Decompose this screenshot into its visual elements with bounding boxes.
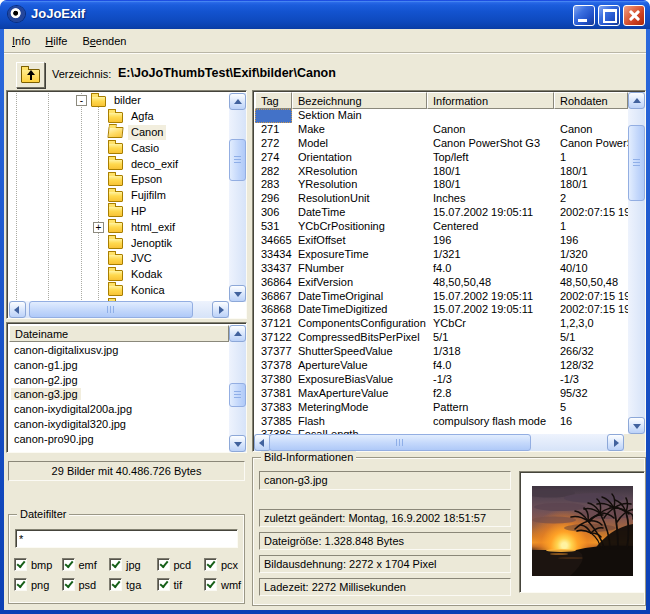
exif-row[interactable]: 271 Make Canon Canon [255, 123, 628, 137]
exif-row[interactable]: 306 DateTime 15.07.2002 19:05:11 2002:07… [255, 206, 628, 220]
exif-row[interactable]: 37380 ExposureBiasValue -1/3 -1/3 [255, 373, 628, 387]
tree-item[interactable]: + html_exif [9, 219, 230, 235]
checkbox-checked-icon[interactable] [62, 578, 75, 591]
column-header-tag[interactable]: Tag [255, 92, 292, 109]
exif-row[interactable]: 34665 ExifOffset 196 196 [255, 234, 628, 248]
scrollbar-thumb[interactable] [269, 434, 531, 451]
file-list-item[interactable]: canon-pro90.jpg [9, 432, 229, 447]
scroll-down-button[interactable] [229, 285, 246, 302]
scroll-down-button[interactable] [229, 435, 246, 452]
exif-tag-cell[interactable]: 34665 [255, 234, 292, 248]
filetype-checkbox[interactable]: emf [62, 558, 110, 571]
exif-tag-cell[interactable]: 272 [255, 137, 292, 151]
file-list-item[interactable]: canon-g1.jpg [9, 358, 229, 373]
folder-up-button[interactable] [16, 62, 45, 88]
exif-row[interactable]: 36868 DateTimeDigitized 15.07.2002 19:05… [255, 303, 628, 317]
maximize-button[interactable] [598, 5, 620, 26]
file-list-header[interactable]: Dateiname [9, 325, 229, 342]
file-name[interactable]: canon-ixydigital200a.jpg [11, 403, 135, 415]
tree-item-root[interactable]: - bilder [9, 93, 230, 109]
filter-input[interactable] [15, 529, 238, 548]
exif-tag-cell[interactable]: 283 [255, 178, 292, 192]
file-vscrollbar[interactable] [229, 325, 246, 452]
exif-tag-cell[interactable]: 37122 [255, 331, 292, 345]
exif-tag-cell[interactable]: 282 [255, 165, 292, 179]
exif-row[interactable]: 283 YResolution 180/1 180/1 [255, 178, 628, 192]
exif-row[interactable]: 37377 ShutterSpeedValue 1/318 266/32 [255, 345, 628, 359]
scrollbar-thumb[interactable] [229, 383, 246, 407]
tree-item[interactable]: Canon [9, 125, 230, 141]
checkbox-checked-icon[interactable] [157, 558, 170, 571]
filetype-checkbox[interactable]: tga [109, 578, 157, 591]
filetype-checkbox[interactable]: jpg [109, 558, 157, 571]
checkbox-checked-icon[interactable] [204, 558, 217, 571]
tree-vscrollbar[interactable] [229, 93, 246, 302]
exif-tag-cell[interactable]: 36867 [255, 290, 292, 304]
exif-row[interactable]: 36864 ExifVersion 48,50,50,48 48,50,50,4… [255, 276, 628, 290]
exif-row[interactable]: 36867 DateTimeOriginal 15.07.2002 19:05:… [255, 290, 628, 304]
exif-row[interactable]: 37383 MeteringMode Pattern 5 [255, 401, 628, 415]
filetype-checkbox[interactable]: bmp [14, 558, 62, 571]
file-name[interactable]: canon-s30.jpg [11, 448, 86, 450]
tree-item[interactable]: Jenoptik [9, 235, 230, 251]
tree-item[interactable]: Konica [9, 283, 230, 299]
exif-row[interactable]: 37121 ComponentsConfiguration YCbCr 1,2,… [255, 317, 628, 331]
exif-tag-cell[interactable]: 37121 [255, 317, 292, 331]
file-name[interactable]: canon-pro90.jpg [11, 433, 97, 445]
exif-tag-cell[interactable]: 271 [255, 123, 292, 137]
exif-tag-cell[interactable]: 274 [255, 151, 292, 165]
exif-tag-cell[interactable]: 37378 [255, 359, 292, 373]
file-list-item[interactable]: canon-digitalixusv.jpg [9, 343, 229, 358]
exif-tag-cell[interactable]: 33434 [255, 248, 292, 262]
exif-row[interactable]: 33434 ExposureTime 1/321 1/320 [255, 248, 628, 262]
menu-item-beenden[interactable]: Beenden [75, 33, 133, 49]
scroll-right-button[interactable] [212, 301, 229, 318]
file-list-item[interactable]: canon-g3.jpg [9, 387, 229, 402]
table-hscrollbar[interactable] [254, 434, 624, 451]
exif-tag-cell[interactable]: 37377 [255, 345, 292, 359]
collapse-icon[interactable]: - [76, 95, 87, 106]
title-bar[interactable]: JoJoExif [0, 0, 650, 29]
checkbox-checked-icon[interactable] [62, 558, 75, 571]
scroll-up-button[interactable] [628, 92, 645, 109]
exif-tag-cell[interactable]: 306 [255, 206, 292, 220]
exif-row[interactable]: 37122 CompressedBitsPerPixel 5/1 5/1 [255, 331, 628, 345]
tree-item[interactable]: JVC [9, 251, 230, 267]
exif-row[interactable]: 33437 FNumber f4.0 40/10 [255, 262, 628, 276]
file-name[interactable]: canon-ixydigital320.jpg [11, 418, 129, 430]
exif-row[interactable]: 37385 Flash compulsory flash mode 16 [255, 415, 628, 429]
filetype-checkbox[interactable]: psd [62, 578, 110, 591]
checkbox-checked-icon[interactable] [109, 578, 122, 591]
file-list-item[interactable]: canon-ixydigital320.jpg [9, 417, 229, 432]
scroll-up-button[interactable] [229, 93, 246, 110]
exif-row[interactable]: 37378 ApertureValue f4.0 128/32 [255, 359, 628, 373]
menu-item-info[interactable]: Info [5, 33, 37, 49]
filetype-checkbox[interactable]: pcd [157, 558, 205, 571]
scroll-right-button[interactable] [607, 434, 624, 451]
exif-row[interactable]: Sektion Main [255, 109, 628, 123]
close-button[interactable] [623, 5, 645, 26]
exif-row[interactable]: 274 Orientation Top/left 1 [255, 151, 628, 165]
file-name[interactable]: canon-g1.jpg [11, 359, 81, 371]
scrollbar-thumb[interactable] [229, 139, 246, 181]
scrollbar-thumb[interactable] [29, 301, 193, 318]
exif-tag-cell[interactable]: 36868 [255, 303, 292, 317]
exif-row[interactable]: 531 YCbCrPositioning Centered 1 [255, 220, 628, 234]
file-name[interactable]: canon-g3.jpg [11, 388, 81, 400]
tree-item[interactable]: HP [9, 204, 230, 220]
tree-item[interactable]: Agfa [9, 109, 230, 125]
filetype-checkbox[interactable]: pcx [204, 558, 252, 571]
expand-icon[interactable]: + [93, 222, 104, 233]
column-header-information[interactable]: Information [427, 92, 554, 109]
tree-item[interactable]: Fujifilm [9, 188, 230, 204]
file-list-item[interactable]: canon-ixydigital200a.jpg [9, 402, 229, 417]
column-header-rohdaten[interactable]: Rohdaten [554, 92, 628, 109]
file-name[interactable]: canon-digitalixusv.jpg [11, 344, 121, 356]
menu-item-hilfe[interactable]: Hilfe [38, 33, 74, 49]
minimize-button[interactable] [573, 5, 595, 26]
filetype-checkbox[interactable]: png [14, 578, 62, 591]
file-list-item[interactable]: canon-s30.jpg [9, 447, 229, 450]
scroll-up-button[interactable] [229, 325, 246, 342]
checkbox-checked-icon[interactable] [14, 578, 27, 591]
column-header-bezeichnung[interactable]: Bezeichnung [292, 92, 427, 109]
